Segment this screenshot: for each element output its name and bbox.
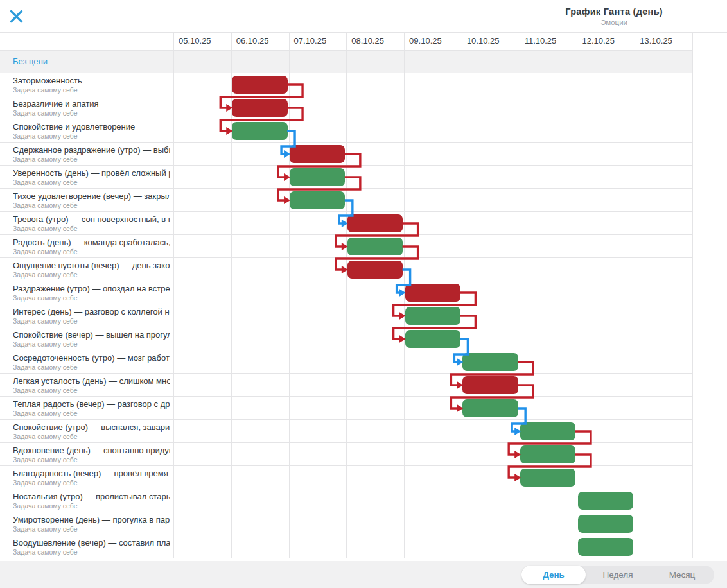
date-column-header: 11.10.25 [525, 32, 557, 50]
task-title: Спокойствие и удовлетворение [13, 122, 135, 132]
gantt-bar[interactable] [405, 307, 460, 325]
grid-row-line [0, 350, 692, 350]
task-subtitle: Задача самому себе [13, 202, 78, 209]
gantt-bar[interactable] [290, 145, 345, 163]
title-block: График Ганта (день) Эмоции [565, 6, 663, 26]
task-title: Заторможенность [13, 76, 82, 85]
view-switcher: ДеньНеделяМесяц [521, 566, 714, 584]
grid-row-line [0, 304, 692, 304]
view-tab-day[interactable]: День [521, 566, 586, 584]
gantt-bar[interactable] [232, 99, 287, 117]
task-title: Спокойствие (вечер) — вышел на прогулку … [13, 330, 170, 340]
top-bar: График Ганта (день) Эмоции [0, 0, 727, 32]
grid-column-line [346, 32, 347, 558]
gantt-bar[interactable] [232, 122, 287, 140]
date-column-header: 12.10.25 [582, 32, 615, 50]
grid-column-line [462, 32, 462, 558]
task-subtitle: Задача самому себе [13, 340, 78, 348]
task-title: Теплая радость (вечер) — разговор с друг… [13, 399, 170, 409]
date-column-header: 13.10.25 [640, 32, 672, 50]
task-subtitle: Задача самому себе [13, 502, 78, 510]
task-subtitle: Задача самому себе [13, 317, 78, 325]
grid-row-line [0, 535, 692, 535]
gantt-bar[interactable] [578, 492, 633, 510]
date-column-header: 06.10.25 [236, 32, 269, 50]
task-subtitle: Задача самому себе [13, 479, 78, 487]
grid-row-line [0, 396, 692, 397]
gantt-bar[interactable] [462, 376, 518, 394]
grid-row-line [0, 73, 692, 73]
grid-row-line [0, 257, 692, 258]
grid-row-line [0, 96, 692, 96]
grid-row-line [0, 489, 692, 489]
gantt-bar[interactable] [347, 214, 403, 232]
gantt-bar[interactable] [405, 284, 460, 302]
grid-column-line [577, 32, 577, 558]
task-subtitle: Задача самому себе [13, 225, 78, 232]
gantt-bar[interactable] [290, 191, 345, 209]
date-column-header: 09.10.25 [409, 32, 442, 50]
grid-row-line [0, 512, 692, 512]
task-title: Вдохновение (день) — спонтанно придумал … [13, 445, 170, 455]
date-column-header: 05.10.25 [179, 32, 211, 50]
grid-row-line [0, 465, 692, 466]
view-tab-month[interactable]: Месяц [650, 566, 714, 584]
date-column-header: 07.10.25 [294, 32, 327, 50]
task-subtitle: Задача самому себе [13, 109, 78, 117]
task-title: Безразличие и апатия [13, 99, 99, 108]
task-title: Умиротворение (день) — прогулка в парке,… [13, 515, 170, 524]
task-subtitle: Задача самому себе [13, 525, 78, 533]
task-subtitle: Задача самому себе [13, 86, 78, 94]
grid-column-line [692, 32, 693, 558]
grid-row-line [0, 373, 692, 374]
gantt-bar[interactable] [578, 515, 633, 533]
grid-row-line [0, 281, 692, 281]
gantt-bar[interactable] [520, 469, 575, 487]
gantt-bar[interactable] [462, 353, 518, 371]
gantt-bar[interactable] [462, 399, 518, 417]
close-icon [8, 8, 24, 24]
grid-row-line [0, 327, 692, 327]
page-subtitle: Эмоции [565, 19, 663, 26]
grid-row-line [0, 442, 692, 443]
task-title: Радость (день) — команда сработалась, пр… [13, 238, 170, 247]
gantt-bar[interactable] [405, 330, 460, 348]
task-title: Спокойствие (утро) — выспался, заварил к… [13, 422, 170, 432]
page-title: График Ганта (день) [565, 6, 663, 17]
close-button[interactable] [8, 8, 24, 24]
gantt-bar[interactable] [290, 168, 345, 186]
task-subtitle: Задача самому себе [13, 271, 78, 279]
gantt-bar[interactable] [232, 76, 287, 94]
footer-bar: ДеньНеделяМесяц [0, 561, 727, 588]
task-subtitle: Задача самому себе [13, 548, 78, 556]
task-subtitle: Задача самому себе [13, 294, 78, 302]
grid-row-line [0, 50, 692, 51]
grid-row-line [0, 142, 692, 143]
grid-row-line [0, 188, 692, 189]
task-subtitle: Задача самому себе [13, 132, 78, 140]
task-title: Тревога (утро) — сон поверхностный, в го… [13, 214, 170, 224]
view-tab-week[interactable]: Неделя [586, 566, 650, 584]
task-title: Интерес (день) — разговор с коллегой нео… [13, 307, 170, 316]
grid-row-line [0, 119, 692, 119]
grid-column-line [173, 32, 174, 558]
task-title: Сдержанное раздражение (утро) — выбило .… [13, 145, 170, 155]
gantt-bar[interactable] [520, 445, 575, 463]
task-subtitle: Задача самому себе [13, 248, 78, 255]
task-subtitle: Задача самому себе [13, 386, 78, 394]
task-subtitle: Задача самому себе [13, 178, 78, 186]
grid-row-line [0, 211, 692, 212]
task-title: Ностальгия (утро) — пролистывал старые ф… [13, 492, 170, 501]
gantt-bar[interactable] [347, 238, 403, 255]
gantt-bar[interactable] [347, 261, 403, 279]
task-title: Воодушевление (вечер) — составил план на… [13, 538, 170, 548]
task-title: Благодарность (вечер) — провёл время с с… [13, 469, 170, 478]
task-subtitle: Задача самому себе [13, 155, 78, 163]
task-title: Сосредоточенность (утро) — мозг работает… [13, 353, 170, 363]
gantt-bar[interactable] [520, 422, 575, 440]
task-title: Тихое удовлетворение (вечер) — закрыл за… [13, 191, 170, 201]
grid-row-line [0, 234, 692, 235]
group-label[interactable]: Без цели [13, 56, 48, 66]
gantt-bar[interactable] [578, 538, 633, 556]
task-subtitle: Задача самому себе [13, 363, 78, 371]
